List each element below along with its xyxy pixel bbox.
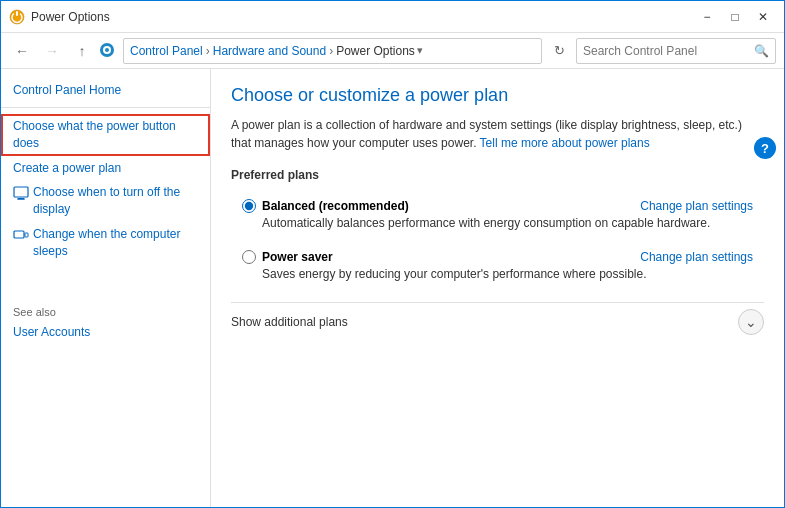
- window-icon: [9, 9, 25, 25]
- power-saver-plan-label[interactable]: Power saver: [242, 250, 333, 264]
- control-panel-home-link[interactable]: Control Panel Home: [1, 79, 210, 101]
- create-plan-link[interactable]: Create a power plan: [1, 156, 210, 181]
- minimize-button[interactable]: −: [694, 7, 720, 27]
- svg-rect-1: [16, 11, 18, 16]
- content-description: A power plan is a collection of hardware…: [231, 116, 764, 152]
- content-area: Choose or customize a power plan A power…: [211, 69, 784, 507]
- breadcrumb-control-panel[interactable]: Control Panel: [130, 44, 203, 58]
- breadcrumb-sep-2: ›: [329, 44, 333, 58]
- close-button[interactable]: ✕: [750, 7, 776, 27]
- svg-point-4: [105, 48, 109, 52]
- up-button[interactable]: ↑: [69, 38, 95, 64]
- main-area: Control Panel Home Choose what the power…: [1, 69, 784, 507]
- control-panel-icon: [99, 42, 117, 60]
- power-saver-plan-header: Power saver Change plan settings: [242, 250, 753, 264]
- svg-rect-5: [14, 187, 28, 197]
- refresh-button[interactable]: ↻: [546, 38, 572, 64]
- back-button[interactable]: ←: [9, 38, 35, 64]
- breadcrumb-hardware-sound[interactable]: Hardware and Sound: [213, 44, 326, 58]
- power-saver-radio[interactable]: [242, 250, 256, 264]
- tell-me-more-link[interactable]: Tell me more about power plans: [480, 136, 650, 150]
- search-input[interactable]: [583, 44, 754, 58]
- monitor-icon: [13, 185, 29, 201]
- user-accounts-link[interactable]: User Accounts: [1, 322, 210, 345]
- computer-sleeps-link[interactable]: Change when the computer sleeps: [1, 222, 210, 264]
- balanced-plan-item: Balanced (recommended) Change plan setti…: [231, 190, 764, 239]
- search-box: 🔍: [576, 38, 776, 64]
- breadcrumb-dropdown[interactable]: ▾: [415, 44, 425, 57]
- see-also-label: See also: [1, 294, 210, 322]
- window-title: Power Options: [31, 10, 694, 24]
- balanced-plan-label[interactable]: Balanced (recommended): [242, 199, 409, 213]
- sidebar-divider: [1, 107, 210, 108]
- forward-button[interactable]: →: [39, 38, 65, 64]
- show-additional-label: Show additional plans: [231, 315, 738, 329]
- power-saver-plan-name: Power saver: [262, 250, 333, 264]
- computer-sleeps-link-text: Change when the computer sleeps: [33, 226, 198, 260]
- power-options-window: Power Options − □ ✕ ← → ↑ Control Panel …: [0, 0, 785, 508]
- content-title: Choose or customize a power plan: [231, 85, 764, 106]
- balanced-plan-name: Balanced (recommended): [262, 199, 409, 213]
- svg-rect-8: [14, 231, 24, 238]
- balanced-radio[interactable]: [242, 199, 256, 213]
- preferred-plans-label: Preferred plans: [231, 168, 764, 182]
- balanced-change-settings-link[interactable]: Change plan settings: [640, 199, 753, 213]
- sidebar: Control Panel Home Choose what the power…: [1, 69, 211, 507]
- power-button-link-text: Choose what the power button does: [13, 118, 198, 152]
- sidebar-bottom: See also User Accounts: [1, 264, 210, 345]
- turn-off-display-link-text: Choose when to turn off the display: [33, 184, 198, 218]
- breadcrumb-bar: Control Panel › Hardware and Sound › Pow…: [123, 38, 542, 64]
- power-saver-change-settings-link[interactable]: Change plan settings: [640, 250, 753, 264]
- power-button-link[interactable]: Choose what the power button does: [1, 114, 210, 156]
- turn-off-display-link[interactable]: Choose when to turn off the display: [1, 180, 210, 222]
- create-plan-link-text: Create a power plan: [13, 160, 121, 177]
- power-saver-plan-desc: Saves energy by reducing your computer's…: [262, 267, 753, 281]
- power-saver-plan-item: Power saver Change plan settings Saves e…: [231, 241, 764, 290]
- title-bar: Power Options − □ ✕: [1, 1, 784, 33]
- expand-additional-plans-button[interactable]: ⌄: [738, 309, 764, 335]
- svg-rect-9: [25, 233, 28, 237]
- help-area: ?: [754, 137, 776, 159]
- search-icon: 🔍: [754, 44, 769, 58]
- breadcrumb-current: Power Options: [336, 44, 415, 58]
- sleep-icon: [13, 227, 29, 243]
- help-button[interactable]: ?: [754, 137, 776, 159]
- balanced-plan-header: Balanced (recommended) Change plan setti…: [242, 199, 753, 213]
- show-additional-section: Show additional plans ⌄: [231, 302, 764, 341]
- user-accounts-link-text: User Accounts: [13, 324, 90, 341]
- address-bar: ← → ↑ Control Panel › Hardware and Sound…: [1, 33, 784, 69]
- balanced-plan-desc: Automatically balances performance with …: [262, 216, 753, 230]
- window-controls: − □ ✕: [694, 7, 776, 27]
- maximize-button[interactable]: □: [722, 7, 748, 27]
- breadcrumb-sep-1: ›: [206, 44, 210, 58]
